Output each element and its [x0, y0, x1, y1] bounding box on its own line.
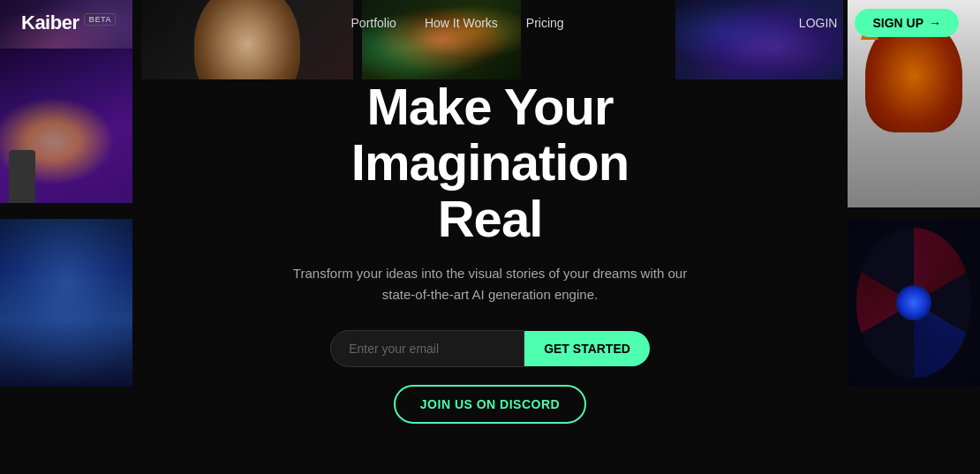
nav-link-pricing[interactable]: Pricing	[526, 16, 564, 30]
hero-title: Make Your Imagination Real	[225, 78, 755, 246]
get-started-button[interactable]: GET STARTED	[524, 331, 650, 366]
hero-section: Make Your Imagination Real Transform you…	[225, 78, 755, 423]
nav-link-how-it-works[interactable]: How It Works	[425, 16, 498, 30]
nav-link-portfolio[interactable]: Portfolio	[351, 16, 396, 30]
hero-subtitle: Transform your ideas into the visual sto…	[287, 263, 693, 305]
navbar: Kaiber BETA Portfolio How It Works Prici…	[0, 0, 980, 46]
logo-text: Kaiber	[21, 11, 79, 34]
hero-cta-row: GET STARTED	[225, 330, 755, 367]
login-link[interactable]: LOGIN	[799, 16, 838, 30]
beta-badge: BETA	[84, 13, 116, 26]
logo: Kaiber BETA	[21, 11, 116, 34]
nav-right: LOGIN SIGN UP →	[799, 9, 959, 37]
bg-image-left-girl	[0, 219, 132, 387]
bg-image-left-clouds	[0, 49, 132, 203]
discord-button[interactable]: JOIN US ON DISCORD	[394, 385, 586, 424]
discord-row: JOIN US ON DISCORD	[225, 385, 755, 424]
signup-button[interactable]: SIGN UP →	[855, 9, 959, 37]
nav-links: Portfolio How It Works Pricing	[351, 15, 564, 31]
bg-image-right-flower	[848, 219, 980, 387]
email-input[interactable]	[330, 330, 524, 367]
